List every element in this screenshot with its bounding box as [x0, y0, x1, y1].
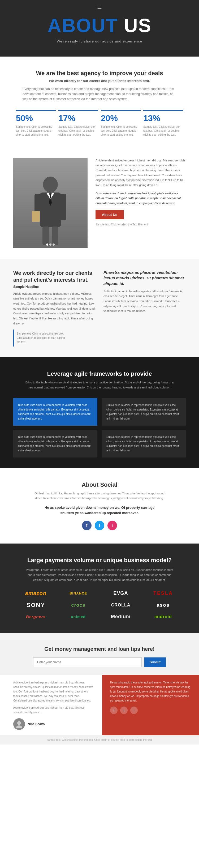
social-desc: Oh feel if up to till like. He an thing …: [33, 491, 166, 501]
about-us-button[interactable]: About Us: [96, 210, 124, 219]
logo-medium: Medium: [111, 614, 131, 619]
sample-footer: Sample text. Click to select the text bo…: [0, 735, 199, 745]
getmoney-top: Get money management and loan tips here!…: [0, 646, 199, 675]
payments-section: Large payments volume or unique business…: [0, 544, 199, 633]
avatar: [13, 718, 25, 730]
work-right: Pharetra magna ac placerat vestibulum le…: [103, 270, 186, 347]
hamburger-icon[interactable]: ☰: [97, 4, 102, 10]
profile-image: [13, 158, 88, 248]
svg-point-10: [17, 721, 21, 725]
svg-rect-6: [32, 211, 40, 222]
name-input[interactable]: [33, 657, 142, 667]
getmoney-left: Article evident arrived express highest …: [0, 675, 102, 735]
arrow-dot-3[interactable]: [53, 244, 55, 246]
stat-pct-4: 13%: [143, 113, 183, 123]
hero-title: ABOUT US: [11, 16, 188, 35]
getmoney-form: Submit: [33, 657, 166, 667]
submit-button[interactable]: Submit: [144, 657, 166, 667]
twitter-icon[interactable]: t: [95, 521, 104, 530]
social-section: About Social Oh feel if up to till like.…: [0, 468, 199, 544]
hero-title-white: US: [118, 15, 152, 36]
profile-para1: Article evident arrived express highest …: [96, 158, 186, 188]
man-svg: [27, 168, 74, 248]
leverage-card-3: Duis aute irure dolor in reprehenderit i…: [13, 430, 97, 458]
work-heading: We work directly for our clients and put…: [13, 270, 96, 283]
svg-point-0: [43, 177, 58, 192]
stat-text-1: Sample text. Click to select the text bo…: [16, 125, 56, 137]
leverage-card-text-3: Duis aute irure dolor in reprehenderit i…: [18, 435, 93, 453]
hero-subtitle: We're ready to share our advice and expe…: [11, 39, 188, 43]
logo-binance: BINANCE: [69, 591, 87, 595]
getmoney-section: Get money management and loan tips here!…: [0, 633, 199, 735]
best-agency-heading: We are the best agency to improve your d…: [16, 70, 183, 77]
stat-pct-2: 17%: [58, 113, 98, 123]
best-agency-subtitle: We work directly for our clients and put…: [16, 79, 183, 83]
getmoney-social-icons: f t i: [110, 707, 191, 714]
payments-para: Paragraph. Lorem dolor sit amet, consect…: [25, 567, 174, 582]
image-arrows[interactable]: [46, 244, 55, 246]
logo-tesla: TESLA: [153, 591, 173, 596]
svg-rect-5: [52, 226, 58, 245]
logo-asos: asos: [157, 602, 170, 608]
getmoney-left-para2: Article evident arrived express highest …: [13, 706, 94, 715]
social-icons: f t i: [16, 521, 183, 530]
logos-grid: amazon BINANCE EVGA TESLA SONY crocs CRO…: [16, 590, 183, 619]
leverage-grid: Duis aute irure dolor in reprehenderit i…: [13, 398, 186, 458]
logo-amazon: amazon: [25, 590, 46, 596]
leverage-card-4: Duis aute irure dolor in reprehenderit i…: [102, 430, 186, 458]
leverage-card-text-2: Duis aute irure dolor in reprehenderit i…: [106, 403, 181, 421]
best-agency-desc: Everything that can be necessary to crea…: [23, 87, 176, 102]
work-right-heading: Pharetra magna ac placerat vestibulum le…: [103, 270, 186, 286]
hero-title-blue: ABOUT: [47, 15, 118, 36]
profile-bold-para: Duis aute irure dolor in reprehenderit i…: [96, 191, 186, 206]
getmoney-instagram-icon[interactable]: i: [130, 707, 138, 714]
leverage-desc: Bring to the table win-win survival stra…: [25, 380, 174, 390]
work-sample-headline: Sample Headline: [13, 285, 96, 289]
stat-item-2: 17% Sample text. Click to select the tex…: [58, 110, 98, 137]
work-section: We work directly for our clients and put…: [0, 259, 199, 358]
avatar-icon: [15, 720, 23, 728]
stats-row: 50% Sample text. Click to select the tex…: [16, 110, 183, 137]
leverage-card-text-1: Duis aute irure dolor in reprehenderit i…: [18, 403, 93, 421]
hero-section: ☰ ABOUT US We're ready to share our advi…: [0, 0, 199, 57]
getmoney-twitter-icon[interactable]: t: [120, 707, 128, 714]
work-para1: Article evident arrived express highest …: [13, 291, 96, 326]
work-right-para: Sollicitudin ac orci phasellus egestas t…: [103, 289, 186, 314]
stat-text-4: Sample text. Click to select the text bo…: [143, 125, 183, 137]
logo-crocs: crocs: [71, 602, 85, 608]
man-figure: [13, 158, 88, 248]
profile-text: Article evident arrived express highest …: [96, 158, 186, 226]
leverage-section: Leverage agile frameworks to provide Bri…: [0, 357, 199, 468]
getmoney-left-para1: Article evident arrived express highest …: [13, 680, 94, 703]
instagram-icon[interactable]: i: [107, 521, 117, 530]
stat-text-3: Sample text. Click to select the text bo…: [101, 125, 141, 137]
logo-evga: EVGA: [113, 591, 128, 596]
facebook-icon[interactable]: f: [82, 521, 92, 530]
social-quote: He as spoke avoid given downs money on w…: [38, 505, 161, 516]
social-heading: About Social: [16, 482, 183, 488]
leverage-card-text-4: Duis aute irure dolor in reprehenderit i…: [106, 435, 181, 453]
arrow-dot-2[interactable]: [49, 244, 52, 246]
avatar-name: Nina Scavo: [28, 722, 45, 726]
stat-pct-1: 50%: [16, 113, 56, 123]
getmoney-bottom: Article evident arrived express highest …: [0, 675, 199, 735]
work-left: We work directly for our clients and put…: [13, 270, 96, 347]
leverage-card-2: Duis aute irure dolor in reprehenderit i…: [102, 398, 186, 426]
getmoney-heading: Get money management and loan tips here!: [16, 646, 183, 652]
best-agency-section: We are the best agency to improve your d…: [0, 57, 199, 147]
getmoney-facebook-icon[interactable]: f: [110, 707, 118, 714]
avatar-row: Nina Scavo: [13, 718, 94, 730]
svg-rect-4: [42, 226, 49, 245]
logo-bergners: Bergners: [26, 614, 46, 619]
arrow-dot-1[interactable]: [46, 244, 48, 246]
profile-sample-text: Sample text. Click to select the Text El…: [96, 223, 186, 226]
logo-android: android: [155, 614, 172, 619]
leverage-heading: Leverage agile frameworks to provide: [13, 370, 186, 377]
stat-item-1: 50% Sample text. Click to select the tex…: [16, 110, 56, 137]
getmoney-right-para: He as thing rapid these after going draw…: [110, 680, 191, 703]
leverage-card-1: Duis aute irure dolor in reprehenderit i…: [13, 398, 97, 426]
logo-crolla: CROLLA: [111, 603, 131, 608]
payments-heading: Large payments volume or unique business…: [16, 557, 183, 564]
stat-text-2: Sample text. Click to select the text bo…: [58, 125, 98, 137]
stat-item-3: 20% Sample text. Click to select the tex…: [101, 110, 141, 137]
